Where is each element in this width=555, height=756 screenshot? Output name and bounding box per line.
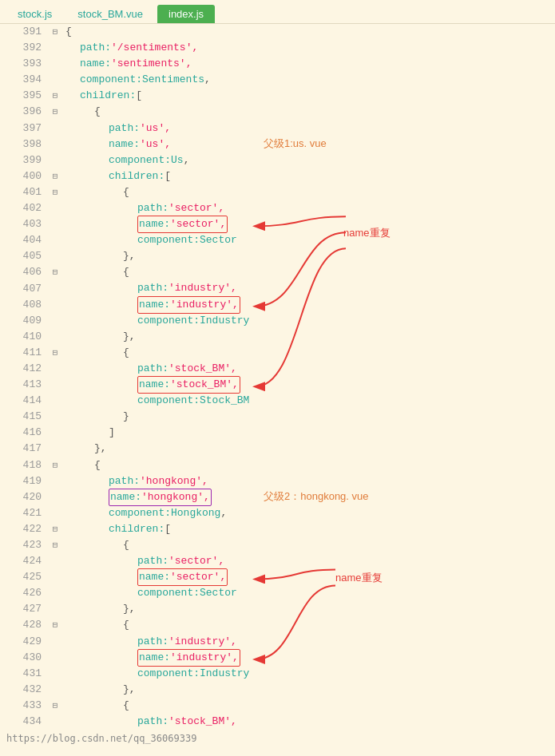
code-lines: {path:'/sentiments',name:'sentiments',co… bbox=[62, 24, 555, 730]
code-area: 3913923933943953963973983994004014024034… bbox=[0, 24, 555, 730]
line-numbers: 3913923933943953963973983994004014024034… bbox=[0, 24, 48, 730]
watermark: https://blog.csdn.net/qq_36069339 bbox=[0, 730, 555, 747]
tab-bar: stock.js stock_BM.vue index.js bbox=[0, 0, 555, 24]
tab-stock-js[interactable]: stock.js bbox=[6, 5, 63, 23]
tab-stock-bm-vue[interactable]: stock_BM.vue bbox=[66, 5, 154, 23]
fold-col: ⊟⊟⊟⊟⊟⊟⊟⊟⊟⊟⊟⊟ bbox=[48, 24, 62, 730]
tab-index-js[interactable]: index.js bbox=[157, 5, 215, 23]
